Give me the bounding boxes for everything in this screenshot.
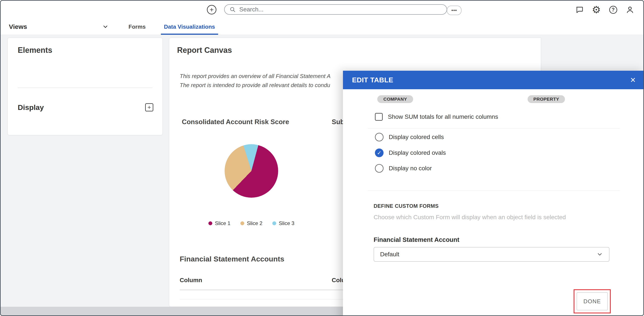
elements-panel-title: Elements xyxy=(18,46,52,55)
topbar-icons: ⚙ ? xyxy=(575,1,634,19)
legend-label: Slice 2 xyxy=(247,220,262,226)
sum-totals-label: Show SUM totals for all numeric columns xyxy=(388,113,498,120)
legend-item[interactable]: Slice 2 xyxy=(240,220,262,226)
legend-label: Slice 1 xyxy=(215,220,230,226)
tab-forms-label: Forms xyxy=(128,23,146,30)
sum-totals-checkbox-row[interactable]: ✓ Show SUM totals for all numeric column… xyxy=(375,113,498,121)
financial-statement-account-label: Financial Statement Account xyxy=(374,236,459,243)
column-pill-property[interactable]: PROPERTY xyxy=(528,95,565,103)
account-button[interactable] xyxy=(626,5,634,14)
pie-chart-legend: Slice 1 Slice 2 Slice 3 xyxy=(186,220,316,226)
edit-table-modal-title: EDIT TABLE xyxy=(352,76,393,84)
table-column-header: Column xyxy=(180,277,202,284)
radio-display-colored-cells[interactable]: ✓ Display colored cells xyxy=(375,133,444,142)
radio-icon[interactable]: ✓ xyxy=(375,164,384,173)
radio-icon[interactable]: ✓ xyxy=(375,149,384,157)
plus-icon: + xyxy=(148,104,151,110)
elements-divider xyxy=(18,88,152,88)
pie-chart xyxy=(224,144,278,198)
search-box[interactable] xyxy=(224,4,447,15)
sum-totals-checkbox[interactable]: ✓ xyxy=(375,113,383,121)
chat-button[interactable] xyxy=(575,5,584,14)
report-description-line-1: This report provides an overview of all … xyxy=(180,73,330,80)
edit-table-modal: EDIT TABLE × COMPANY PROPERTY ✓ Show SUM… xyxy=(343,71,644,316)
modal-divider xyxy=(368,190,620,191)
report-description-line-2: The report is intended to provide all re… xyxy=(180,82,330,89)
views-dropdown[interactable]: Views xyxy=(1,19,115,35)
chevron-down-icon xyxy=(102,23,109,30)
legend-item[interactable]: Slice 3 xyxy=(272,220,294,226)
active-tab-underline xyxy=(161,34,218,35)
tab-data-visualizations[interactable]: Data Visualizations xyxy=(161,19,218,35)
display-section-label: Display xyxy=(18,103,44,112)
radio-display-no-color[interactable]: ✓ Display no color xyxy=(375,164,432,173)
gear-icon: ⚙ xyxy=(592,5,600,15)
second-chart-title-partial: Sub xyxy=(332,118,344,126)
display-section-row: Display + xyxy=(18,102,153,113)
legend-dot xyxy=(208,221,212,225)
modal-divider xyxy=(368,128,620,129)
add-button[interactable]: + xyxy=(207,5,216,14)
edit-table-modal-header: EDIT TABLE × xyxy=(343,71,644,89)
ellipsis-icon: ••• xyxy=(451,7,457,13)
done-button-highlight: DONE xyxy=(574,289,611,314)
add-display-element-button[interactable]: + xyxy=(145,103,153,111)
tabbar: Views Forms Data Visualizations xyxy=(1,19,643,35)
tab-forms[interactable]: Forms xyxy=(122,19,152,35)
radio-label: Display colored ovals xyxy=(389,149,446,156)
views-label: Views xyxy=(9,23,27,30)
report-canvas-title: Report Canvas xyxy=(177,46,232,55)
search-input[interactable] xyxy=(239,6,442,13)
legend-dot xyxy=(272,221,276,225)
app-window: + ••• ⚙ ? Views xyxy=(0,0,644,316)
question-icon: ? xyxy=(609,6,617,14)
pie-chart-title: Consolidated Account Risk Score xyxy=(182,118,289,126)
plus-icon: + xyxy=(210,6,214,13)
custom-form-select-value: Default xyxy=(380,251,399,258)
close-button[interactable]: × xyxy=(630,75,636,85)
close-icon: × xyxy=(630,75,636,85)
define-custom-forms-description: Choose which Custom Form will display wh… xyxy=(374,214,566,221)
elements-panel: Elements Display + xyxy=(8,38,162,135)
define-custom-forms-heading: DEFINE CUSTOM FORMS xyxy=(374,203,438,209)
done-button[interactable]: DONE xyxy=(576,292,608,311)
chevron-down-icon xyxy=(596,251,603,258)
radio-display-colored-ovals[interactable]: ✓ Display colored ovals xyxy=(375,149,446,157)
column-pill-company[interactable]: COMPANY xyxy=(377,95,413,103)
legend-dot xyxy=(240,221,244,225)
custom-form-select[interactable]: Default xyxy=(374,247,610,262)
radio-label: Display no color xyxy=(389,165,432,172)
help-button[interactable]: ? xyxy=(609,5,618,14)
person-icon xyxy=(626,5,634,14)
check-icon: ✓ xyxy=(377,150,382,156)
legend-item[interactable]: Slice 1 xyxy=(208,220,230,226)
tab-data-visualizations-label: Data Visualizations xyxy=(164,23,215,30)
topbar: + ••• ⚙ ? xyxy=(1,1,643,19)
radio-label: Display colored cells xyxy=(389,134,444,141)
accounts-table-title: Financial Statement Accounts xyxy=(180,255,284,263)
search-icon xyxy=(229,6,236,13)
chat-icon xyxy=(575,5,584,14)
edit-table-modal-body: COMPANY PROPERTY ✓ Show SUM totals for a… xyxy=(343,89,644,316)
legend-label: Slice 3 xyxy=(279,220,294,226)
search-more-button[interactable]: ••• xyxy=(447,5,462,15)
main-content: Elements Display + Report Canvas This re… xyxy=(1,35,643,307)
radio-icon[interactable]: ✓ xyxy=(375,133,384,142)
settings-button[interactable]: ⚙ xyxy=(592,5,600,14)
